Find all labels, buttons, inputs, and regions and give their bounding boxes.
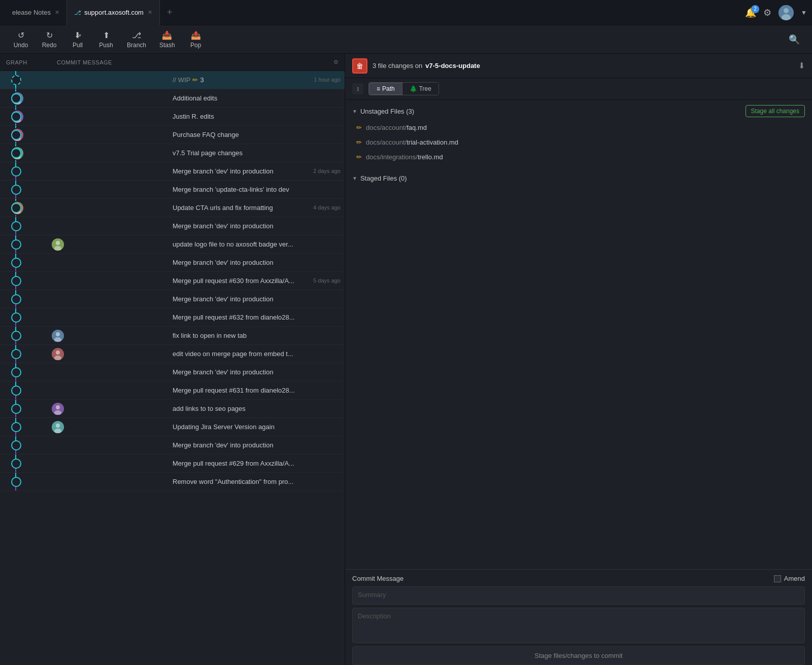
graph-cell	[0, 144, 167, 162]
graph-cell	[0, 126, 167, 144]
undo-button[interactable]: ↺ Undo	[8, 28, 33, 51]
commit-message-text: add links to to seo pages	[173, 405, 246, 412]
notification-badge: 2	[751, 5, 759, 13]
commit-row[interactable]: Justin R. edits	[0, 108, 345, 126]
unstaged-section-header[interactable]: ▼ Unstaged Files (3) Stage all changes	[352, 100, 805, 120]
path-label: Path	[382, 85, 395, 92]
redo-button[interactable]: ↻ Redo	[37, 28, 62, 51]
commit-row[interactable]: Merge branch 'dev' into production2 days…	[0, 162, 345, 181]
commit-list: // WIP ✏ 31 hour ago Additional edits Ju…	[0, 71, 345, 665]
commit-row[interactable]: // WIP ✏ 31 hour ago	[0, 71, 345, 89]
description-input[interactable]: Description	[352, 608, 805, 643]
undo-label: Undo	[14, 42, 28, 49]
commit-row[interactable]: Merge branch 'dev' into production	[0, 217, 345, 235]
commit-row[interactable]: Merge branch 'dev' into production	[0, 436, 345, 454]
graph-cell	[0, 162, 167, 180]
summary-input[interactable]: Summary	[352, 586, 805, 605]
commit-row[interactable]: v7.5 Trial page changes	[0, 144, 345, 162]
commit-message-cell: // WIP ✏ 31 hour ago	[167, 76, 345, 84]
commit-message-text: v7.5 Trial page changes	[173, 149, 243, 157]
commit-message-text: Merge branch 'dev' into production	[173, 167, 274, 175]
wip-count: 3	[200, 76, 204, 84]
stage-commit-button[interactable]: Stage files/changes to commit	[352, 646, 805, 665]
commit-row[interactable]: Merge branch 'dev' into production	[0, 363, 345, 381]
stash-button[interactable]: 📥 Stash	[154, 28, 180, 51]
commit-row[interactable]: Updating Jira Server Version again	[0, 418, 345, 436]
pop-button[interactable]: 📤 Pop	[183, 28, 209, 51]
graph-cell	[0, 199, 167, 217]
commit-message-text: Merge branch 'dev' into production	[173, 222, 274, 230]
commit-row[interactable]: fix link to open in new tab	[0, 327, 345, 345]
commit-row[interactable]: edit video on merge page from embed t...	[0, 345, 345, 363]
commit-row[interactable]: Update CTA urls and fix formatting4 days…	[0, 199, 345, 217]
path-icon: ≡	[377, 85, 380, 92]
tab-close-release[interactable]: ✕	[55, 9, 59, 16]
commit-row[interactable]: Merge branch 'dev' into production	[0, 290, 345, 308]
graph-cell	[0, 473, 167, 491]
branch-button-icon: ⎇	[132, 30, 141, 40]
commit-row[interactable]: update logo file to no axosoft badge ver…	[0, 235, 345, 254]
commit-row[interactable]: add links to to seo pages	[0, 400, 345, 418]
stage-all-button[interactable]: Stage all changes	[746, 105, 805, 117]
sort-button[interactable]: ↕	[352, 83, 363, 94]
avatar	[51, 420, 65, 434]
path-view-button[interactable]: ≡ Path	[369, 83, 402, 95]
commit-row[interactable]: Merge pull request #629 from Axxzilla/A.…	[0, 454, 345, 473]
file-edit-icon: ✏	[356, 138, 362, 146]
commit-message-cell: Merge branch 'dev' into production2 days…	[167, 167, 345, 175]
branch-button[interactable]: ⎇ Branch	[122, 28, 151, 51]
graph-cell	[0, 272, 167, 290]
file-item[interactable]: ✏ docs/account/faq.md	[352, 120, 805, 135]
graph-cell	[0, 181, 167, 198]
commit-row[interactable]: Merge branch 'update-cta-links' into dev	[0, 181, 345, 199]
commit-message-cell: v7.5 Trial page changes	[167, 149, 345, 157]
pull-button[interactable]: ⬇ ▾ Pull	[65, 28, 90, 51]
svg-point-10	[15, 131, 19, 135]
delete-button[interactable]: 🗑	[352, 58, 367, 74]
push-button[interactable]: ⬆ Push	[93, 28, 119, 51]
commit-message-cell: update logo file to no axosoft badge ver…	[167, 240, 345, 248]
file-name: faq.md	[407, 124, 427, 131]
commit-row[interactable]: Merge pull request #631 from dianelo28..…	[0, 381, 345, 400]
commit-row[interactable]: Remove word "Authentication" from pro...	[0, 473, 345, 491]
graph-cell	[0, 363, 167, 381]
file-item[interactable]: ✏ docs/account/trial-activation.md	[352, 135, 805, 150]
tree-view-button[interactable]: 🌲 Tree	[402, 83, 438, 95]
commit-message-header: Commit Message Amend	[352, 570, 805, 586]
commit-row[interactable]: Purchase FAQ change	[0, 126, 345, 144]
tab-support[interactable]: ⎇ support.axosoft.com ✕	[67, 0, 160, 25]
svg-point-13	[15, 150, 19, 154]
file-item[interactable]: ✏ docs/integrations/trello.md	[352, 150, 805, 164]
chevron-down-icon[interactable]: ▼	[801, 9, 807, 16]
commit-row[interactable]: Merge pull request #632 from dianelo28..…	[0, 308, 345, 327]
commit-row[interactable]: Additional edits	[0, 89, 345, 108]
commit-message-text: Merge branch 'dev' into production	[173, 368, 274, 376]
search-button[interactable]: 🔍	[785, 32, 804, 47]
commit-message-text: Merge branch 'update-cta-links' into dev	[173, 186, 289, 193]
commit-message-text: edit video on merge page from embed t...	[173, 350, 293, 358]
amend-area: Amend	[774, 575, 805, 582]
tab-add-button[interactable]: +	[160, 7, 180, 18]
svg-point-14	[14, 155, 21, 159]
settings-icon[interactable]: ⚙	[333, 59, 339, 65]
user-avatar[interactable]	[779, 5, 794, 20]
svg-point-12	[11, 147, 23, 159]
svg-point-6	[11, 111, 23, 123]
tab-release-notes[interactable]: elease Notes ✕	[5, 0, 67, 25]
download-button[interactable]: ⬇	[798, 61, 805, 71]
svg-point-17	[14, 209, 21, 214]
file-path-dim: docs/integrations/	[366, 153, 418, 161]
description-placeholder: Description	[358, 612, 391, 620]
timestamp-label: 2 days ago	[313, 168, 341, 174]
graph-cell	[0, 235, 167, 253]
commit-row[interactable]: Merge branch 'dev' into production	[0, 254, 345, 272]
notification-button[interactable]: 🔔 2	[745, 7, 756, 18]
svg-point-4	[15, 95, 19, 99]
graph-header-label: GRAPH	[6, 59, 57, 65]
commit-row[interactable]: Merge pull request #630 from Axxzilla/A.…	[0, 272, 345, 290]
main-area: GRAPH COMMIT MESSAGE ⚙ // WIP ✏ 31 hour …	[0, 54, 812, 665]
tab-close-support[interactable]: ✕	[148, 9, 152, 16]
settings-button[interactable]: ⚙	[763, 7, 771, 18]
staged-section-header[interactable]: ▼ Staged Files (0)	[352, 169, 805, 185]
amend-checkbox[interactable]	[774, 575, 781, 582]
